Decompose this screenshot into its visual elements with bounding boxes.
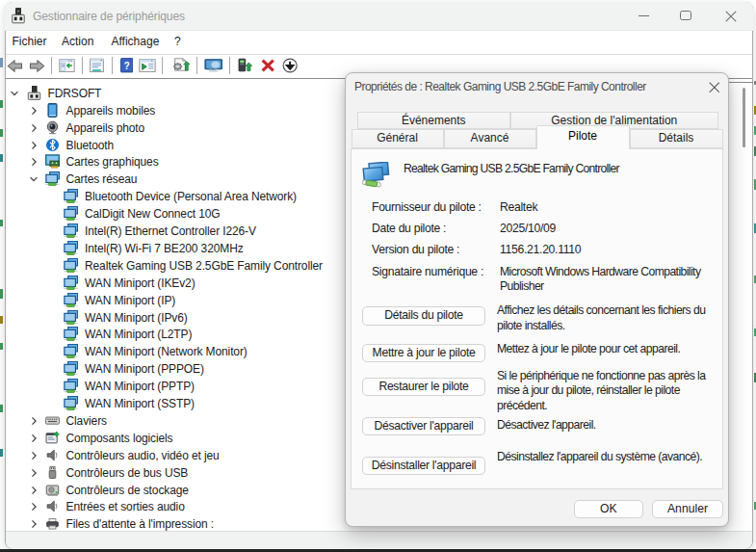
svg-text:?: ? [123, 60, 129, 71]
